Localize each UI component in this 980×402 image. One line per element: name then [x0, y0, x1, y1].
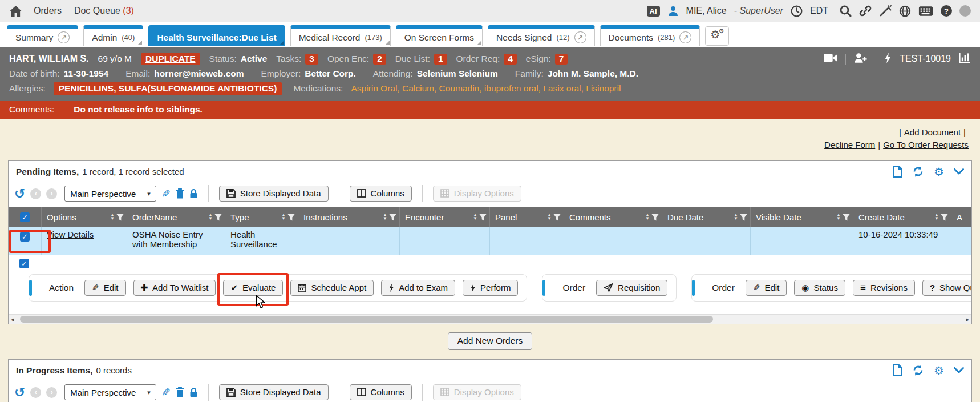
filter-funnel-icon[interactable]: [740, 214, 747, 221]
add-document-link[interactable]: Add Document: [904, 127, 961, 137]
sort-icon[interactable]: ▲▼: [383, 214, 387, 220]
filter-funnel-icon[interactable]: [287, 214, 295, 221]
column-header-comments[interactable]: Comments ▲▼: [564, 207, 662, 227]
filter-funnel-icon[interactable]: [941, 214, 948, 221]
tab-summary[interactable]: Summary ↗: [7, 25, 78, 46]
sort-icon[interactable]: ▲▼: [734, 214, 738, 220]
trash-icon[interactable]: [176, 188, 184, 199]
keyboard-icon[interactable]: [918, 6, 933, 17]
select-all-checkbox[interactable]: ✓: [20, 212, 30, 222]
refresh-icon[interactable]: [912, 364, 924, 376]
tab-needs-signed[interactable]: Needs Signed (12) ↗: [488, 25, 595, 46]
order-edit-button[interactable]: ✎ Edit: [746, 280, 787, 296]
new-document-icon[interactable]: [893, 364, 902, 376]
view-details-link[interactable]: View Details: [47, 230, 94, 239]
column-header-panel[interactable]: Panel ▲▼: [490, 207, 564, 227]
next-arrow-icon[interactable]: ›: [46, 387, 57, 398]
sort-icon[interactable]: ▲▼: [208, 214, 213, 220]
allergies-value[interactable]: PENICILLINS, SULFA(SULFONAMIDE ANTIBIOTI…: [54, 82, 282, 95]
scroll-left-arrow[interactable]: ◂: [11, 316, 14, 323]
link-icon[interactable]: [859, 5, 872, 17]
perform-button[interactable]: Perform: [463, 280, 518, 296]
table-row[interactable]: ✓ View Details OSHA Noise Entry with Mem…: [9, 227, 971, 255]
search-icon[interactable]: [839, 5, 852, 17]
schedule-appt-button[interactable]: Schedule Appt: [290, 280, 374, 296]
evaluate-button[interactable]: ✔ Evaluate: [223, 280, 283, 296]
column-header-due-date[interactable]: Due Date ▲▼: [662, 207, 751, 227]
column-header-create-date[interactable]: Create Date ▲▼: [853, 207, 951, 227]
prev-arrow-icon[interactable]: ‹: [30, 387, 41, 398]
tab-health-surveillance-due-list[interactable]: Health Surveillance:Due List: [148, 25, 285, 46]
sort-icon[interactable]: ▲▼: [547, 214, 552, 220]
lightning-icon[interactable]: [884, 52, 892, 66]
status-button[interactable]: ◉ Status: [794, 280, 845, 296]
column-header-encounter[interactable]: Encounter ▲▼: [400, 207, 490, 227]
breadcrumb-doc-queue[interactable]: Doc Queue (3): [74, 6, 134, 16]
sort-icon[interactable]: ▲▼: [473, 214, 477, 220]
add-to-waitlist-button[interactable]: ✚ Add To Waitlist: [133, 280, 216, 296]
edit-button[interactable]: ✎ Edit: [84, 280, 125, 296]
new-document-icon[interactable]: [893, 166, 902, 178]
globe-icon[interactable]: [899, 5, 911, 17]
add-new-orders-button[interactable]: Add New Orders: [448, 332, 533, 350]
sort-icon[interactable]: ▲▼: [645, 214, 650, 220]
video-camera-icon[interactable]: [824, 53, 837, 65]
column-header-partial[interactable]: A: [951, 207, 971, 227]
revisions-button[interactable]: ≡ Revisions: [853, 280, 915, 296]
sort-icon[interactable]: ▲▼: [110, 214, 115, 220]
column-header-ordername[interactable]: OrderName ▲▼: [127, 207, 225, 227]
column-header-type[interactable]: Type ▲▼: [225, 207, 298, 227]
tab-on-screen-forms[interactable]: On Screen Forms: [396, 25, 483, 46]
go-to-order-requests-link[interactable]: Go To Order Requests: [883, 140, 969, 150]
prev-arrow-icon[interactable]: ‹: [30, 188, 41, 199]
action-row-checkbox[interactable]: ✓: [19, 259, 29, 268]
perspective-select[interactable]: Main Perspective ▾: [64, 186, 156, 202]
filter-funnel-icon[interactable]: [479, 214, 487, 221]
requisition-button[interactable]: Requisition: [596, 280, 667, 296]
filter-funnel-icon[interactable]: [553, 214, 561, 221]
home-icon[interactable]: [9, 5, 22, 17]
user-icon[interactable]: [667, 5, 679, 17]
row-checkbox[interactable]: ✓: [20, 232, 30, 242]
gear-icon[interactable]: ⚙: [934, 365, 944, 376]
filter-funnel-icon[interactable]: [214, 214, 222, 221]
lock-icon[interactable]: [189, 387, 198, 397]
lock-icon[interactable]: [189, 188, 198, 199]
duplicate-flag[interactable]: DUPLICATE: [141, 53, 200, 65]
columns-button[interactable]: Columns: [350, 384, 412, 400]
sort-icon[interactable]: ▲▼: [934, 214, 939, 220]
scroll-right-arrow[interactable]: ▸: [966, 316, 969, 323]
user-name[interactable]: MIE, Alice: [686, 6, 727, 16]
show-questions-button[interactable]: ? Show Questions: [922, 280, 971, 296]
clock-icon[interactable]: [791, 5, 803, 17]
columns-button[interactable]: Columns: [350, 186, 412, 202]
ai-badge[interactable]: AI: [647, 6, 660, 17]
store-displayed-data-button[interactable]: Store Displayed Data: [219, 384, 329, 400]
order-req-badge[interactable]: 4: [504, 54, 517, 65]
scrollbar-thumb[interactable]: [20, 316, 713, 323]
tab-documents[interactable]: Documents (281) ↗: [600, 25, 700, 46]
open-enc-badge[interactable]: 2: [373, 54, 386, 65]
avatar[interactable]: [959, 5, 971, 17]
bar-chart-icon[interactable]: [959, 52, 971, 66]
due-list-badge[interactable]: 1: [434, 54, 447, 65]
filter-funnel-icon[interactable]: [389, 214, 396, 221]
filter-funnel-icon[interactable]: [651, 214, 659, 221]
tasks-badge[interactable]: 3: [305, 54, 318, 65]
edit-perspective-icon[interactable]: ✎: [161, 188, 171, 199]
horizontal-scrollbar[interactable]: ◂ ▸: [9, 314, 971, 324]
refresh-icon[interactable]: [912, 166, 924, 178]
magic-wand-icon[interactable]: [879, 5, 892, 17]
collapse-chevron-icon[interactable]: [954, 168, 964, 175]
tab-admin[interactable]: Admin (40): [83, 25, 143, 46]
edit-perspective-icon[interactable]: ✎: [161, 387, 171, 398]
collapse-chevron-icon[interactable]: [954, 367, 964, 373]
column-header-instructions[interactable]: Instructions ▲▼: [298, 207, 400, 227]
gear-icon[interactable]: ⚙: [934, 166, 944, 178]
medications-list[interactable]: Aspirin Oral, Calcium, Coumadin, ibuprof…: [351, 83, 621, 94]
undo-icon[interactable]: ↺: [14, 187, 25, 200]
column-header-visible-date[interactable]: Visible Date ▲▼: [751, 207, 853, 227]
add-to-exam-button[interactable]: Add to Exam: [381, 280, 455, 296]
trash-icon[interactable]: [176, 387, 184, 397]
help-icon[interactable]: ?: [941, 5, 952, 17]
